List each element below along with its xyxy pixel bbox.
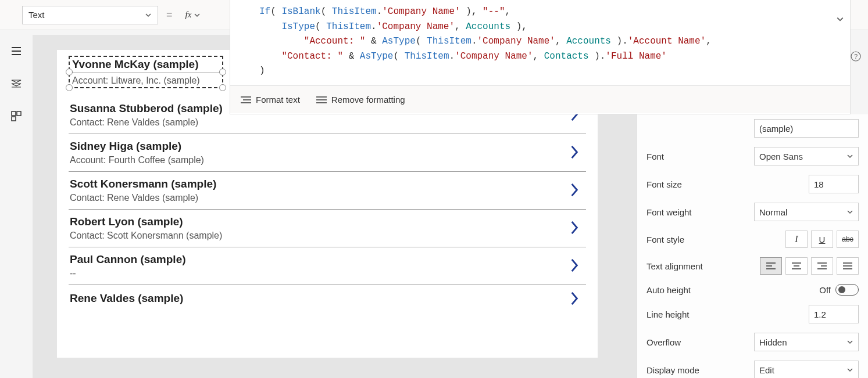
gallery-row[interactable]: Rene Valdes (sample) — [69, 285, 586, 314]
align-center-button[interactable] — [785, 257, 808, 275]
remove-formatting-button[interactable]: Remove formatting — [316, 95, 405, 105]
properties-panel: (sample) Font Open Sans Font size 18 Fon… — [637, 114, 868, 378]
overflow-label: Overflow — [646, 337, 681, 347]
prop-align-row: Text alignment — [637, 253, 868, 279]
resize-handle-bl[interactable] — [66, 84, 73, 91]
chevron-right-icon — [569, 220, 580, 235]
align-label: Text alignment — [646, 261, 703, 271]
prop-font-row: Font Open Sans — [637, 142, 868, 170]
svg-rect-4 — [12, 117, 16, 121]
prop-lineheight-row: Line height 1.2 — [637, 300, 868, 328]
formula-expand-chevron[interactable] — [836, 15, 844, 25]
gallery[interactable]: Susanna Stubberod (sample) Contact: Rene… — [57, 93, 598, 317]
formula-code[interactable]: If( IsBlank( ThisItem.'Company Name' ), … — [230, 0, 850, 85]
resize-handle-br[interactable] — [219, 84, 226, 91]
gallery-item-subtitle: Account: Litware, Inc. (sample) — [72, 75, 220, 86]
gallery-row[interactable]: Sidney Higa (sample) Account: Fourth Cof… — [69, 134, 586, 172]
gallery-item-title: Scott Konersmann (sample) — [70, 178, 564, 190]
gallery-nav-button[interactable] — [564, 291, 585, 308]
fontweight-select[interactable]: Normal — [754, 203, 859, 221]
gallery-item-subtitle: Contact: Rene Valdes (sample) — [70, 193, 564, 203]
autoheight-toggle[interactable] — [835, 284, 859, 296]
displaymode-select[interactable]: Edit — [754, 361, 859, 378]
fontsize-input[interactable]: 18 — [809, 175, 859, 193]
chevron-down-icon — [846, 339, 853, 345]
gallery-item-subtitle: Account: Fourth Coffee (sample) — [70, 155, 564, 165]
gallery-nav-button[interactable] — [564, 220, 585, 237]
align-justify-icon — [843, 262, 852, 269]
text-value-input[interactable]: (sample) — [754, 119, 859, 138]
gallery-item-subtitle: Contact: Rene Valdes (sample) — [70, 117, 564, 128]
gallery-row[interactable]: Robert Lyon (sample) Contact: Scott Kone… — [69, 210, 586, 247]
autoheight-value: Off — [819, 285, 831, 295]
chevron-right-icon — [569, 145, 580, 160]
gallery-nav-button[interactable] — [564, 182, 585, 199]
remove-formatting-icon — [316, 96, 327, 104]
left-rail — [0, 35, 33, 122]
tree-view-icon[interactable] — [10, 78, 22, 89]
fx-label: fx — [185, 10, 192, 20]
help-icon[interactable]: ? — [851, 51, 861, 63]
lineheight-label: Line height — [646, 309, 689, 319]
chevron-down-icon — [846, 208, 853, 215]
gallery-item-title: Yvonne McKay (sample) — [72, 58, 220, 73]
chevron-right-icon — [569, 291, 580, 306]
align-justify-button[interactable] — [837, 257, 859, 275]
gallery-item-title: Sidney Higa (sample) — [70, 140, 564, 153]
chevron-down-icon — [145, 12, 152, 19]
prop-text-row: (sample) — [637, 114, 868, 142]
displaymode-label: Display mode — [646, 365, 699, 375]
prop-displaymode-row: Display mode Edit — [637, 356, 868, 378]
autoheight-label: Auto height — [646, 285, 691, 295]
font-select[interactable]: Open Sans — [754, 147, 859, 165]
resize-handle-left[interactable] — [66, 69, 73, 75]
formula-toolbar: Format text Remove formatting — [230, 85, 850, 113]
property-dropdown[interactable]: Text — [22, 6, 158, 24]
format-text-button[interactable]: Format text — [241, 95, 300, 105]
gallery-item-subtitle: -- — [70, 268, 564, 279]
align-right-icon — [817, 262, 827, 269]
fontsize-label: Font size — [646, 179, 682, 189]
font-label: Font — [646, 152, 664, 161]
prop-fontweight-row: Font weight Normal — [637, 198, 868, 226]
chevron-right-icon — [569, 182, 580, 197]
align-left-icon — [766, 262, 776, 269]
gallery-item-title: Rene Valdes (sample) — [70, 292, 564, 305]
gallery-item-subtitle: Contact: Scott Konersmann (sample) — [70, 231, 564, 241]
gallery-row[interactable]: Paul Cannon (sample) -- — [69, 247, 586, 285]
underline-button[interactable]: U — [811, 231, 833, 248]
hamburger-icon[interactable] — [10, 45, 22, 57]
property-dropdown-value: Text — [28, 10, 45, 20]
resize-handle-right[interactable] — [219, 69, 226, 75]
gallery-item-title: Paul Cannon (sample) — [70, 253, 564, 266]
fontstyle-label: Font style — [646, 235, 684, 244]
chevron-down-icon — [194, 12, 201, 19]
format-text-icon — [241, 96, 251, 104]
gallery-nav-button[interactable] — [564, 145, 585, 161]
chevron-down-icon — [846, 366, 853, 373]
overflow-select[interactable]: Hidden — [754, 333, 859, 351]
lineheight-input[interactable]: 1.2 — [809, 305, 859, 323]
prop-autoheight-row: Auto height Off — [637, 279, 868, 300]
chevron-down-icon — [846, 153, 853, 160]
chevron-right-icon — [569, 258, 580, 273]
prop-fontsize-row: Font size 18 — [637, 170, 868, 198]
gallery-item-title: Robert Lyon (sample) — [70, 215, 564, 228]
fx-dropdown[interactable]: fx — [181, 6, 206, 24]
align-right-button[interactable] — [811, 257, 833, 275]
align-left-button[interactable] — [760, 257, 782, 275]
strikethrough-button[interactable]: abc — [837, 231, 859, 248]
gallery-nav-button[interactable] — [564, 258, 585, 275]
selected-text-control[interactable]: Yvonne McKay (sample) Account: Litware, … — [69, 56, 223, 88]
prop-overflow-row: Overflow Hidden — [637, 328, 868, 356]
fontweight-label: Font weight — [646, 207, 692, 217]
align-center-icon — [792, 262, 801, 269]
equals-sign: = — [166, 9, 173, 21]
svg-text:?: ? — [854, 53, 858, 60]
gallery-row[interactable]: Scott Konersmann (sample) Contact: Rene … — [69, 172, 586, 210]
italic-button[interactable]: I — [785, 231, 808, 248]
prop-fontstyle-row: Font style I U abc — [637, 226, 868, 253]
components-icon[interactable] — [10, 110, 22, 122]
formula-editor[interactable]: If( IsBlank( ThisItem.'Company Name' ), … — [230, 0, 851, 114]
svg-rect-2 — [12, 111, 16, 116]
